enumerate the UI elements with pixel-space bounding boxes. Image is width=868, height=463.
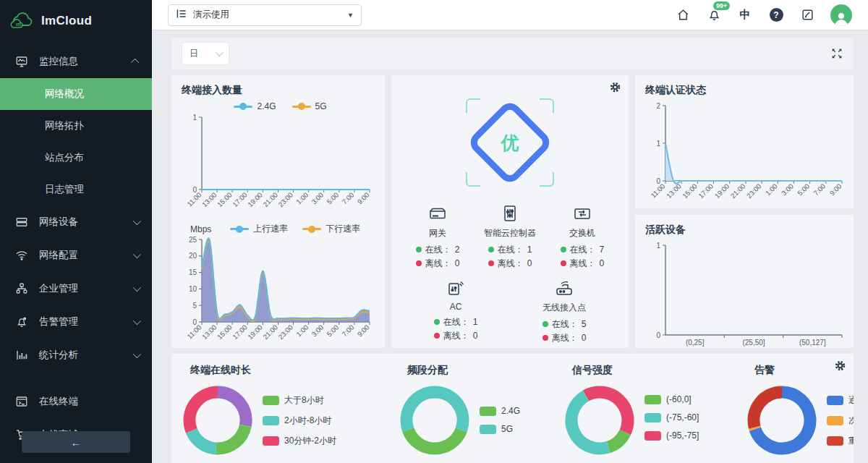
app-window: m ImCloud 监控信息 网络概况 网络拓扑 站点分布 <box>0 0 868 463</box>
device-switch[interactable]: 交换机 在线：7 离线：0 <box>546 203 618 270</box>
legend-item[interactable]: (-95,-75] <box>644 430 699 441</box>
svg-text:3:00: 3:00 <box>310 191 325 206</box>
home-button[interactable] <box>675 7 691 23</box>
sidebar-subitem-network-overview[interactable]: 网络概况 <box>0 78 152 110</box>
offline-count: 0 <box>527 257 532 271</box>
legend-swatch <box>827 436 843 446</box>
ac-icon <box>446 277 465 299</box>
svg-text:11:00: 11:00 <box>185 323 203 341</box>
svg-text:7:00: 7:00 <box>812 182 827 197</box>
sidebar-item-online-terminals[interactable]: 在线终端 <box>0 385 152 418</box>
legend-item[interactable]: 通知 <box>827 394 854 407</box>
legend-swatch <box>480 425 496 434</box>
org-chart-icon <box>14 281 29 296</box>
legend-swatch <box>644 431 661 441</box>
bracket-corner <box>466 172 480 187</box>
card-active-devices: 活跃设备 01(0,25](25,50](50,127] <box>635 215 854 348</box>
svg-text:5:00: 5:00 <box>796 182 811 197</box>
period-select[interactable]: 日 <box>182 42 229 65</box>
section-alarms: 告警 通知 次要 重要 <box>747 364 854 455</box>
sidebar-item-label: 网络设备 <box>39 216 133 229</box>
legend-item[interactable]: 30分钟-2小时 <box>263 435 336 447</box>
org-list-icon <box>176 8 187 22</box>
language-button[interactable]: 中 <box>737 7 753 23</box>
svg-text:5:00: 5:00 <box>325 323 340 339</box>
online-duration-donut <box>183 386 252 455</box>
help-button[interactable]: ? <box>768 7 784 23</box>
legend-item[interactable]: 大于8小时 <box>263 394 336 407</box>
device-wireless-ap[interactable]: 无线接入点 在线：5 离线：0 <box>510 277 618 344</box>
online-dot <box>416 247 422 252</box>
legend-item[interactable]: 重要 <box>827 435 854 447</box>
svg-text:15:00: 15:00 <box>216 191 234 209</box>
sidebar-menu: 监控信息 网络概况 网络拓扑 站点分布 日志管理 网络设备 <box>0 45 152 463</box>
arrow-left-icon: ← <box>71 436 82 449</box>
sidebar-item-network-devices[interactable]: 网络设备 <box>0 205 152 239</box>
svg-text:9:00: 9:00 <box>356 191 371 206</box>
legend-item[interactable]: 5G <box>292 101 327 111</box>
band-allocation-donut <box>400 386 469 455</box>
legend-item[interactable]: 2小时-8小时 <box>263 415 336 427</box>
org-selector[interactable]: 演示使用 ▼ <box>168 4 362 26</box>
legend-item[interactable]: (-60,0] <box>644 394 699 404</box>
notifications-button[interactable]: 99+ <box>706 7 722 23</box>
offline-count: 0 <box>582 331 587 345</box>
active-devices-chart: 01(0,25](25,50](50,127] <box>645 241 849 348</box>
offline-count: 0 <box>600 257 605 271</box>
settings-gear-icon[interactable] <box>834 360 846 375</box>
alarms-donut <box>747 386 817 455</box>
cards-row: 终端接入数量 2.4G 5G 0111:0013:0015:0017:0019:… <box>171 75 854 348</box>
legend-swatch <box>827 396 843 405</box>
subitem-label: 网络概况 <box>45 88 84 101</box>
fullscreen-button[interactable] <box>830 47 843 60</box>
svg-text:20: 20 <box>189 252 197 260</box>
sidebar-item-label: 监控信息 <box>39 55 133 68</box>
legend-item[interactable]: (-75,-60] <box>644 412 699 422</box>
device-ac[interactable]: AC 在线：1 离线：0 <box>401 277 510 344</box>
card-donut-stats: 终端在线时长 大于8小时 2小时-8小时 30分钟-2小时 频段分配 <box>171 354 854 463</box>
svg-text:1: 1 <box>192 114 197 122</box>
sidebar-item-alarm-management[interactable]: 告警管理 <box>0 305 152 339</box>
sidebar-item-enterprise-management[interactable]: 企业管理 <box>0 272 152 305</box>
legend-swatch <box>644 395 661 404</box>
sidebar-item-network-config[interactable]: 网络配置 <box>0 239 152 272</box>
chevron-down-icon <box>133 284 141 292</box>
topbar-actions: 99+ 中 ? <box>675 4 852 26</box>
language-glyph: 中 <box>740 8 751 22</box>
svg-text:0: 0 <box>656 331 660 339</box>
sidebar-item-monitor-info[interactable]: 监控信息 <box>0 45 152 78</box>
svg-text:10: 10 <box>189 285 197 293</box>
legend-item[interactable]: 2.4G <box>234 101 276 111</box>
sidebar-item-statistics[interactable]: 统计分析 <box>0 339 152 372</box>
sidebar-subitem-site-distribution[interactable]: 站点分布 <box>0 142 152 174</box>
legend-item[interactable]: 次要 <box>827 415 854 427</box>
legend-label: 下行速率 <box>326 223 360 235</box>
device-name: 交换机 <box>569 227 595 239</box>
legend-item[interactable]: 下行速率 <box>302 223 360 235</box>
feedback-button[interactable] <box>799 7 815 23</box>
legend-item[interactable]: 5G <box>480 424 520 434</box>
wifi-icon <box>14 248 29 263</box>
legend-marker <box>234 106 252 108</box>
svg-text:15: 15 <box>189 268 197 276</box>
chevron-down-icon <box>216 48 224 56</box>
cloud-logo-icon: m <box>10 10 35 32</box>
svg-text:(25,50]: (25,50] <box>742 339 765 347</box>
user-avatar[interactable] <box>830 4 852 26</box>
online-dot <box>488 247 494 252</box>
bracket-corner <box>466 98 480 113</box>
sidebar-subitem-log-management[interactable]: 日志管理 <box>0 174 152 205</box>
svg-text:23:00: 23:00 <box>276 323 294 341</box>
device-name: 网关 <box>429 227 446 239</box>
sidebar-subitem-network-topology[interactable]: 网络拓扑 <box>0 110 152 142</box>
legend-item[interactable]: 上行速率 <box>230 223 288 235</box>
monitor-chart-icon <box>14 54 29 69</box>
device-gateway[interactable]: 网关 在线：2 离线：0 <box>401 203 474 270</box>
device-cloud-controller[interactable]: 智能云控制器 在线：1 离线：0 <box>474 203 546 270</box>
legend-item[interactable]: 2.4G <box>480 406 520 416</box>
offline-dot <box>488 260 494 266</box>
svg-text:7:00: 7:00 <box>340 191 355 206</box>
sidebar-collapse-button[interactable]: ← <box>22 431 130 453</box>
traffic-rate-chart: 051015202511:0013:0015:0017:0019:0021:00… <box>182 235 377 348</box>
svg-text:19:00: 19:00 <box>246 191 264 209</box>
